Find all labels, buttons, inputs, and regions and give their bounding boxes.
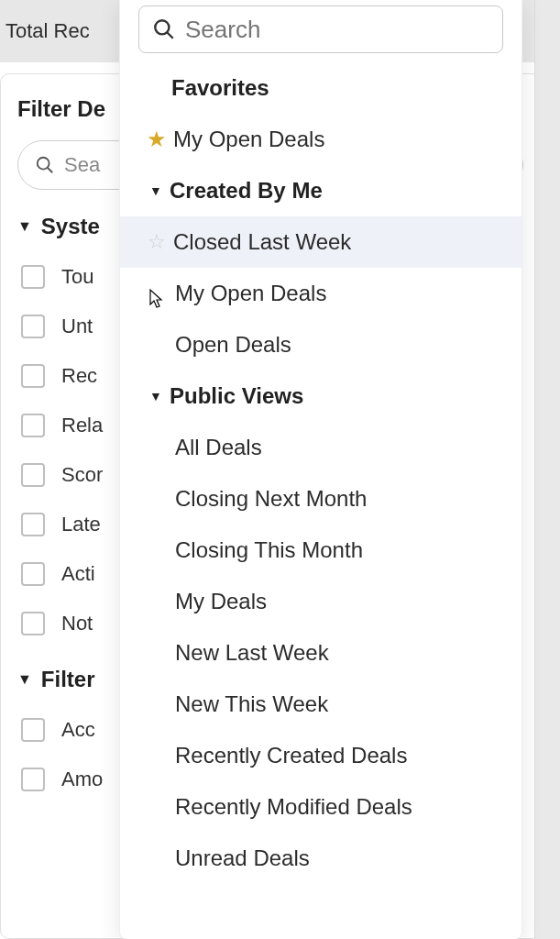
view-item-label: Recently Modified Deals — [173, 794, 412, 820]
view-item-label: Unread Deals — [173, 845, 310, 871]
filter-section-label: Syste — [41, 214, 100, 239]
view-item-label: Closing This Month — [173, 537, 363, 563]
view-item[interactable]: ☆ Closed Last Week — [120, 216, 522, 268]
view-item-label: Closed Last Week — [171, 229, 351, 255]
checkbox[interactable] — [21, 562, 45, 586]
view-item-label: Closing Next Month — [173, 486, 367, 512]
view-item[interactable]: Open Deals — [120, 319, 522, 370]
caret-down-icon: ▼ — [17, 671, 32, 688]
view-item-label: New Last Week — [173, 640, 329, 666]
view-item[interactable]: Recently Created Deals — [120, 730, 522, 781]
total-records-label: Total Rec — [5, 19, 90, 43]
filter-item-label: Not — [61, 612, 93, 635]
view-item-label: Open Deals — [173, 332, 291, 358]
group-label: Public Views — [170, 383, 303, 409]
svg-point-2 — [155, 20, 169, 34]
group-label: Favorites — [171, 75, 269, 101]
filter-item-label: Late — [61, 513, 101, 536]
view-item[interactable]: My Deals — [120, 576, 522, 627]
view-item[interactable]: My Open Deals — [120, 268, 522, 319]
views-dropdown: Search Favorites ★ My Open Deals ▼ Creat… — [119, 0, 522, 939]
caret-down-icon: ▼ — [142, 389, 170, 403]
filter-item-label: Rec — [61, 364, 97, 388]
view-item[interactable]: All Deals — [120, 422, 522, 473]
view-item[interactable]: Closing Next Month — [120, 473, 522, 525]
checkbox[interactable] — [21, 315, 45, 338]
checkbox[interactable] — [21, 513, 45, 536]
right-scrollbar-area — [534, 0, 560, 939]
svg-point-0 — [38, 158, 49, 170]
view-item[interactable]: New This Week — [120, 679, 522, 730]
filter-item-label: Unt — [61, 315, 93, 338]
filter-item-label: Scor — [61, 463, 103, 487]
svg-line-1 — [48, 168, 53, 173]
checkbox[interactable] — [21, 718, 45, 742]
group-public-views-header[interactable]: ▼ Public Views — [120, 370, 522, 422]
app-viewport: Total Rec Filter De Sea ▼ Syste Tou Unt … — [0, 0, 560, 939]
search-icon — [152, 17, 176, 41]
view-item-label: My Open Deals — [171, 127, 324, 152]
view-item-label: New This Week — [173, 691, 328, 717]
view-item[interactable]: Recently Modified Deals — [120, 781, 522, 833]
view-item[interactable]: New Last Week — [120, 627, 522, 679]
checkbox[interactable] — [21, 265, 45, 289]
view-item-favorite[interactable]: ★ My Open Deals — [120, 114, 522, 165]
view-item[interactable]: Closing This Month — [120, 525, 522, 576]
filter-item-label: Rela — [61, 414, 103, 437]
filter-search-placeholder: Sea — [64, 153, 100, 177]
caret-down-icon: ▼ — [142, 183, 170, 198]
view-item-label: My Deals — [173, 589, 267, 614]
views-search-input[interactable]: Search — [138, 6, 503, 53]
filter-item-label: Acti — [61, 562, 95, 586]
checkbox[interactable] — [21, 612, 45, 635]
filter-item-label: Tou — [61, 265, 93, 289]
group-favorites-header: Favorites — [120, 62, 522, 114]
checkbox[interactable] — [21, 768, 45, 791]
search-icon — [35, 155, 55, 175]
view-item-label: All Deals — [173, 435, 262, 460]
view-item-label: Recently Created Deals — [173, 743, 407, 768]
filter-item-label: Amo — [61, 768, 103, 791]
svg-line-3 — [167, 32, 173, 39]
filter-item-label: Acc — [61, 718, 95, 742]
checkbox[interactable] — [21, 414, 45, 437]
checkbox[interactable] — [21, 364, 45, 388]
caret-down-icon: ▼ — [17, 218, 32, 235]
view-item-label: My Open Deals — [173, 281, 326, 306]
views-list: Favorites ★ My Open Deals ▼ Created By M… — [120, 62, 522, 939]
star-icon: ★ — [142, 127, 171, 152]
group-created-by-me-header[interactable]: ▼ Created By Me — [120, 165, 522, 216]
filter-section-label: Filter — [41, 667, 95, 692]
views-search-placeholder: Search — [185, 16, 260, 44]
view-item[interactable]: Unread Deals — [120, 833, 522, 884]
checkbox[interactable] — [21, 463, 45, 487]
star-outline-icon[interactable]: ☆ — [142, 230, 171, 254]
group-label: Created By Me — [170, 178, 323, 204]
